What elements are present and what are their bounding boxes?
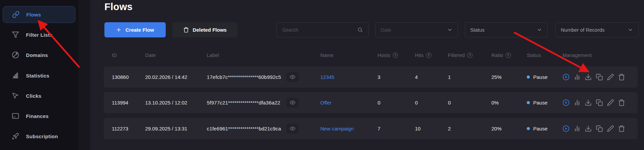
help-icon[interactable]: ? — [467, 53, 473, 58]
flow-name-link[interactable]: Offer — [320, 92, 331, 113]
cell-ratio: 25% — [491, 66, 502, 88]
download-button[interactable] — [585, 125, 592, 132]
page-title: Flows — [104, 1, 133, 12]
column-header-management: Management — [562, 51, 592, 60]
status-filter-label: Status — [470, 27, 485, 33]
management-actions — [562, 118, 625, 139]
sidebar-item-filter-lists[interactable]: Filter Lists — [3, 26, 75, 43]
cell-filtered: 0 — [448, 92, 451, 113]
download-button[interactable] — [585, 99, 592, 106]
funnel-icon — [12, 31, 19, 38]
records-filter-dropdown[interactable]: Number of Records — [555, 22, 639, 37]
column-header-date: Date — [145, 51, 156, 60]
help-icon[interactable]: ? — [506, 53, 511, 58]
cell-label: 17efcb7c***************60b992c5 — [207, 66, 281, 88]
status-dot — [527, 76, 530, 79]
deleted-flows-button[interactable]: Deleted Flows — [172, 22, 237, 37]
reveal-label-button[interactable] — [286, 124, 299, 133]
status-label: Pause — [533, 100, 548, 106]
cell-id: 112273 — [112, 118, 128, 139]
date-filter-dropdown[interactable]: Date — [375, 22, 458, 37]
sidebar-item-subscription[interactable]: Subscription — [3, 128, 75, 145]
search-icon — [357, 27, 363, 33]
download-button[interactable] — [585, 73, 592, 81]
chevron-down-icon — [447, 27, 453, 33]
column-header-hits: Hits? — [415, 51, 431, 60]
column-header-status: Status — [527, 51, 541, 60]
management-actions — [562, 66, 625, 88]
column-header-ratio: Ratio? — [491, 51, 511, 60]
cell-hosts: 3 — [378, 66, 380, 88]
statistics-button[interactable] — [574, 125, 581, 132]
column-header-label: Label — [207, 51, 219, 60]
chevron-down-icon — [627, 27, 633, 33]
edit-button[interactable] — [607, 99, 614, 106]
status-label: Pause — [533, 74, 548, 80]
column-header-id: ID — [112, 51, 117, 60]
status-label: Pause — [533, 126, 548, 131]
cell-label: 5f977c21***************dfa36a22 — [207, 92, 280, 113]
play-button[interactable] — [562, 99, 570, 106]
status-dot — [527, 127, 530, 130]
sidebar-item-finances[interactable]: Finances — [3, 108, 75, 124]
help-icon[interactable]: ? — [393, 53, 398, 58]
sidebar-item-domains[interactable]: Domains — [3, 47, 75, 63]
reveal-label-button[interactable] — [286, 98, 299, 108]
status-badge: Pause — [527, 118, 548, 139]
link-icon — [12, 11, 20, 18]
cell-hits: 4 — [415, 66, 418, 88]
table-row: 130860 20.02.2026 / 14:42 17efcb7c******… — [104, 66, 638, 88]
sidebar-item-clicks[interactable]: Clicks — [3, 87, 75, 104]
play-button[interactable] — [562, 73, 570, 81]
cell-filtered: 2 — [448, 118, 451, 139]
status-dot — [527, 101, 530, 104]
edit-button[interactable] — [607, 125, 614, 132]
management-actions — [562, 92, 625, 113]
records-filter-label: Number of Records — [561, 27, 605, 33]
cell-hosts: 0 — [378, 92, 380, 113]
status-filter-dropdown[interactable]: Status — [465, 22, 548, 37]
delete-button[interactable] — [618, 73, 625, 81]
cursor-icon — [12, 92, 19, 99]
flow-name-link[interactable]: New campaign — [320, 118, 354, 139]
sidebar: Flows Filter Lists Domains Statistics Cl… — [0, 0, 78, 150]
help-icon[interactable]: ? — [426, 53, 431, 58]
column-header-hosts: Hosts? — [378, 51, 398, 60]
sidebar-item-statistics[interactable]: Statistics — [3, 67, 75, 84]
cell-id: 113994 — [112, 92, 128, 113]
status-badge: Pause — [527, 92, 548, 113]
cell-date: 29.09.2025 / 13:31 — [145, 118, 187, 139]
search-box[interactable] — [276, 22, 368, 37]
credit-card-icon — [12, 112, 19, 120]
play-button[interactable] — [562, 125, 570, 132]
table-row: 112273 29.09.2025 / 13:31 c1fe6961******… — [104, 118, 638, 139]
deleted-flows-label: Deleted Flows — [193, 27, 227, 33]
plus-icon — [116, 27, 122, 33]
create-flow-label: Create Flow — [125, 27, 154, 33]
bar-chart-icon — [12, 72, 19, 79]
create-flow-button[interactable]: Create Flow — [104, 22, 166, 37]
edit-button[interactable] — [607, 73, 614, 81]
cell-ratio: 20% — [491, 118, 502, 139]
flow-name-link[interactable]: 12345 — [320, 66, 334, 88]
delete-button[interactable] — [618, 125, 625, 132]
cell-label: c1fe6961***************bd21c9ca — [207, 118, 281, 139]
cell-hits: 10 — [415, 118, 421, 139]
cell-hosts: 7 — [378, 118, 380, 139]
status-badge: Pause — [527, 66, 548, 88]
duplicate-button[interactable] — [596, 99, 603, 106]
search-input[interactable] — [282, 27, 354, 33]
table-row: 113994 13.10.2025 / 12:02 5f977c21******… — [104, 92, 638, 113]
cell-hits: 0 — [415, 92, 418, 113]
trash-icon — [183, 27, 189, 33]
cell-date: 20.02.2026 / 14:42 — [145, 66, 187, 88]
date-filter-label: Date — [381, 27, 391, 33]
statistics-button[interactable] — [574, 99, 581, 106]
reveal-label-button[interactable] — [286, 72, 299, 82]
duplicate-button[interactable] — [596, 125, 603, 132]
sidebar-item-flows[interactable]: Flows — [3, 6, 75, 23]
duplicate-button[interactable] — [596, 73, 603, 81]
statistics-button[interactable] — [574, 73, 581, 81]
rocket-icon — [12, 132, 19, 140]
delete-button[interactable] — [618, 99, 625, 106]
